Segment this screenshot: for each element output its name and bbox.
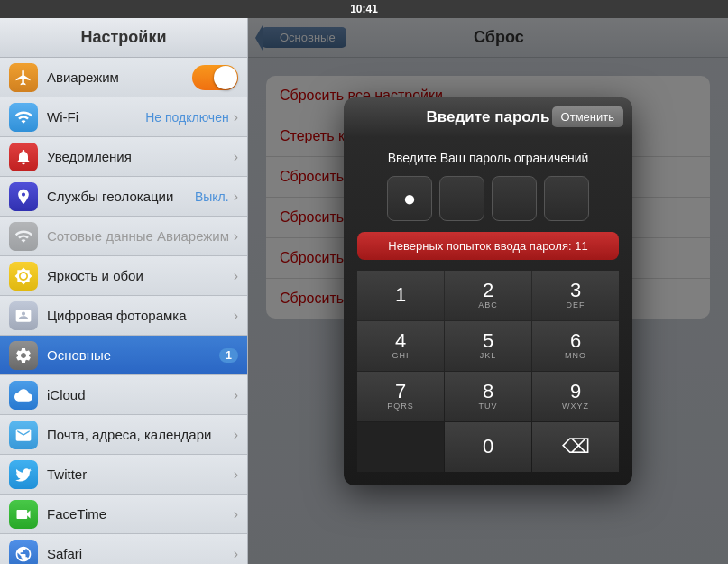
sidebar-item-location-value: Выкл. [195, 190, 229, 204]
sidebar-item-wifi-label: Wi-Fi [47, 109, 145, 125]
sidebar-item-location-arrow: › [234, 189, 238, 205]
sidebar-item-notifications[interactable]: Уведомления› [0, 137, 247, 177]
numpad-key-8[interactable]: 8TUV [445, 372, 531, 421]
toggle-knob [214, 66, 237, 89]
frame-icon [9, 301, 38, 330]
sidebar-item-wifi-arrow: › [234, 109, 238, 125]
sidebar-item-cellular[interactable]: Сотовые данные Авиарежим› [0, 217, 247, 256]
modal-title: Введите пароль [426, 108, 549, 126]
sidebar-item-frame-label: Цифровая фоторамка [47, 308, 234, 323]
sidebar-item-brightness[interactable]: Яркость и обои› [0, 256, 247, 296]
sidebar-item-mail-arrow: › [234, 427, 238, 443]
sidebar-item-mail-label: Почта, адреса, календари [47, 427, 234, 442]
key-letters-JKL: JKL [480, 351, 497, 361]
key-letters-MNO: MNO [565, 351, 586, 361]
password-modal: Введите пароль Отменить Введите Ваш паро… [344, 97, 632, 485]
key-letters-WXYZ: WXYZ [562, 402, 589, 411]
modal-hint: Введите Ваш пароль ограничений [357, 151, 619, 165]
sidebar-item-safari[interactable]: Safari› [0, 534, 247, 564]
modal-body: Введите Ваш пароль ограничений Неверных … [344, 137, 632, 485]
key-num-⌫: ⌫ [562, 437, 590, 457]
numpad-key-2[interactable]: 2ABC [445, 271, 531, 320]
numpad-key-0[interactable]: 0 [445, 422, 531, 472]
modal-header: Введите пароль Отменить [344, 97, 632, 137]
sidebar-item-airplane-label: Авиарежим [47, 69, 192, 85]
safari-icon [9, 540, 38, 565]
sidebar-item-safari-arrow: › [234, 546, 238, 562]
modal-overlay: Введите пароль Отменить Введите Ваш паро… [248, 18, 728, 564]
numpad-key-1[interactable]: 1 [357, 271, 444, 320]
numpad-key-5[interactable]: 5JKL [445, 321, 531, 371]
sidebar-item-wifi-value: Не подключен [145, 110, 228, 125]
key-letters-GHI: GHI [392, 351, 409, 361]
key-num-6: 6 [570, 331, 581, 351]
sidebar-item-brightness-arrow: › [234, 268, 238, 284]
sidebar-item-facetime[interactable]: FaceTime› [0, 495, 247, 534]
twitter-icon [9, 460, 38, 489]
modal-cancel-button[interactable]: Отменить [552, 106, 623, 127]
sidebar-item-mail[interactable]: Почта, адреса, календари› [0, 415, 247, 455]
sidebar-item-general-label: Основные [47, 347, 219, 363]
facetime-icon [9, 500, 38, 529]
sidebar-item-icloud-label: iCloud [47, 387, 234, 402]
key-num-4: 4 [395, 331, 406, 351]
sidebar-item-general-badge: 1 [219, 348, 238, 363]
key-num-0: 0 [483, 437, 493, 457]
sidebar-item-location[interactable]: Службы геолокацииВыкл.› [0, 177, 247, 217]
brightness-icon [9, 262, 38, 291]
sidebar-item-notifications-arrow: › [234, 149, 238, 165]
sidebar-item-twitter-arrow: › [234, 467, 238, 483]
numpad-key-6[interactable]: 6MNO [532, 321, 619, 371]
sidebar-item-cellular-arrow: › [234, 228, 238, 245]
sidebar-item-facetime-label: FaceTime [47, 506, 234, 522]
pin-dot-3 [544, 176, 589, 221]
key-num-7: 7 [395, 382, 406, 402]
numpad-key-7[interactable]: 7PQRS [357, 372, 444, 421]
numpad-key-3[interactable]: 3DEF [532, 271, 619, 320]
sidebar: Настройки АвиарежимWi-FiНе подключен›Уве… [0, 18, 248, 564]
sidebar-item-frame-arrow: › [234, 308, 238, 324]
key-num-9: 9 [570, 382, 581, 402]
sidebar-item-icloud-arrow: › [234, 387, 238, 403]
sidebar-item-airplane[interactable]: Авиарежим [0, 58, 247, 97]
pin-dot-0 [387, 176, 432, 221]
key-num-8: 8 [483, 382, 493, 402]
sidebar-item-general[interactable]: Основные1 [0, 336, 247, 375]
pin-dot-2 [492, 176, 537, 221]
key-letters-TUV: TUV [479, 402, 498, 411]
key-num-3: 3 [570, 281, 581, 300]
cellular-icon [9, 222, 38, 251]
sidebar-item-twitter[interactable]: Twitter› [0, 455, 247, 495]
numpad-key-4[interactable]: 4GHI [357, 321, 444, 371]
pin-dot-1 [439, 176, 484, 221]
sidebar-item-brightness-label: Яркость и обои [47, 268, 234, 283]
key-letters-PQRS: PQRS [387, 402, 414, 411]
error-message: Неверных попыток ввода пароля: 11 [357, 232, 619, 260]
numpad-empty-9 [357, 422, 444, 472]
key-num-2: 2 [483, 281, 493, 300]
general-icon [9, 341, 38, 370]
sidebar-item-wifi[interactable]: Wi-FiНе подключен› [0, 97, 247, 137]
location-icon [9, 182, 38, 211]
key-num-1: 1 [395, 285, 406, 305]
key-num-5: 5 [483, 331, 493, 351]
airplane-icon [9, 63, 38, 92]
sidebar-title: Настройки [81, 28, 167, 47]
sidebar-item-location-label: Службы геолокации [47, 189, 195, 204]
right-panel: Основные Сброс Сбросить все настройкиСте… [248, 18, 728, 564]
pin-dots [357, 176, 619, 221]
key-letters-ABC: ABC [478, 300, 498, 310]
sidebar-item-safari-label: Safari [47, 546, 234, 561]
notifications-icon [9, 143, 38, 171]
numpad-backspace[interactable]: ⌫ [532, 422, 619, 472]
time: 10:41 [350, 3, 378, 15]
wifi-icon [9, 103, 38, 132]
sidebar-item-icloud[interactable]: iCloud› [0, 375, 247, 415]
sidebar-item-cellular-label: Сотовые данные Авиарежим [47, 228, 234, 244]
mail-icon [9, 421, 38, 449]
airplane-toggle[interactable] [192, 65, 238, 90]
icloud-icon [9, 381, 38, 410]
key-letters-DEF: DEF [567, 300, 585, 310]
numpad-key-9[interactable]: 9WXYZ [532, 372, 619, 421]
sidebar-item-frame[interactable]: Цифровая фоторамка› [0, 296, 247, 336]
